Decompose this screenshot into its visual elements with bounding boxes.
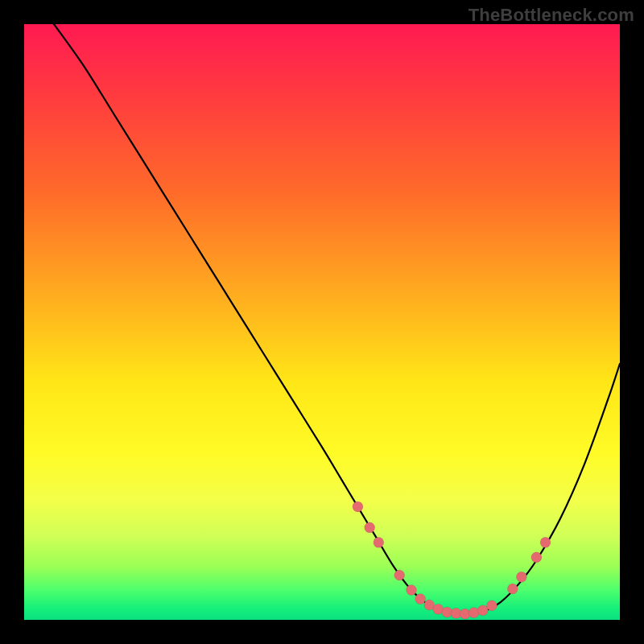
highlight-point xyxy=(415,594,426,605)
highlight-point xyxy=(374,537,384,547)
highlight-point xyxy=(407,585,417,596)
highlight-point xyxy=(531,552,542,563)
chart-frame: TheBottleneck.com xyxy=(0,0,644,644)
bottleneck-curve xyxy=(54,24,620,614)
curve-svg xyxy=(24,24,620,620)
watermark-text: TheBottleneck.com xyxy=(469,5,634,26)
plot-area xyxy=(24,24,620,620)
highlight-point xyxy=(540,537,551,547)
highlight-markers xyxy=(353,502,551,619)
highlight-point xyxy=(507,584,518,594)
highlight-point xyxy=(486,601,497,611)
highlight-point xyxy=(394,570,405,580)
highlight-point xyxy=(365,522,375,533)
highlight-point xyxy=(516,572,526,582)
highlight-point xyxy=(353,502,363,512)
